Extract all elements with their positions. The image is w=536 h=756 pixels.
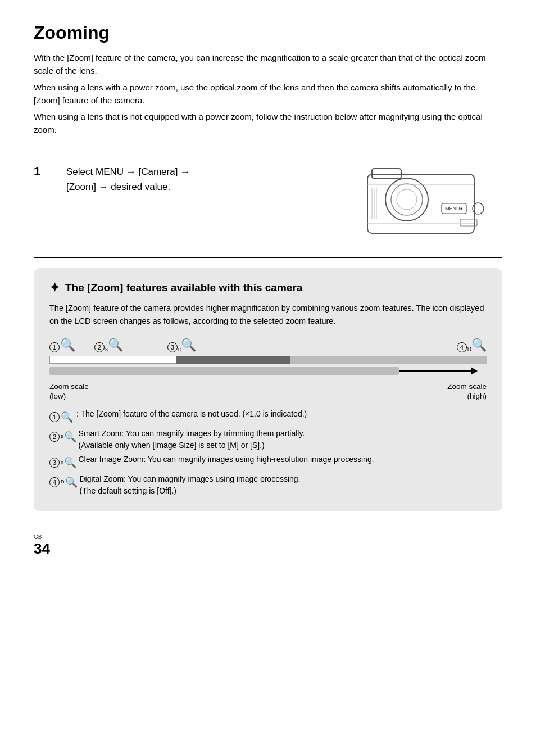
page-lang: GB: [34, 534, 42, 540]
divider-bottom: [34, 257, 502, 258]
zoom-circle-1: 1: [49, 342, 60, 352]
zoom-feature-icon-2: 2s🔍: [49, 428, 76, 446]
tip-body: The [Zoom] feature of the camera provide…: [49, 302, 487, 328]
zoom-feature-icon-1: 1🔍: [49, 408, 74, 426]
scale-bar-arrow: [399, 367, 478, 375]
zoom-scale-labels: Zoom scale (low) Zoom scale (high): [49, 382, 487, 401]
intro-para-1: With the [Zoom] feature of the camera, y…: [34, 51, 502, 78]
zoom-feature-text-1: : The [Zoom] feature of the camera is no…: [76, 408, 487, 420]
camera-illustration: MENU●: [356, 163, 502, 242]
zoom-icon-1: 1🔍: [49, 338, 94, 352]
svg-text:MENU●: MENU●: [445, 206, 463, 211]
divider-top: [34, 147, 502, 147]
zoom-scale-label-low: Zoom scale (low): [49, 382, 89, 401]
scale-bar-zone12: [49, 356, 176, 364]
zoom-circle-3: 3: [167, 342, 178, 352]
tip-icon: ✦: [49, 280, 60, 295]
tip-box: ✦ The [Zoom] features available with thi…: [34, 268, 502, 511]
zoom-icon-3: 3c🔍: [167, 338, 280, 352]
zoom-feature-item-1: 1🔍 : The [Zoom] feature of the camera is…: [49, 408, 487, 426]
scale-bars: [49, 356, 487, 379]
zoom-feature-item-3: 3c🔍 Clear Image Zoom: You can magnify im…: [49, 454, 487, 472]
zoom-feature-icon-3: 3c🔍: [49, 454, 76, 472]
page-title: Zooming: [34, 22, 502, 43]
scale-bar-arrow-track: [49, 367, 399, 375]
intro-para-3: When using a lens that is not equipped w…: [34, 110, 502, 137]
zoom-feature-text-4: Digital Zoom: You can magnify images usi…: [80, 473, 487, 497]
zoom-feature-item-4: 4D🔍 Digital Zoom: You can magnify images…: [49, 473, 487, 497]
zoom-feature-item-2: 2s🔍 Smart Zoom: You can magnify images b…: [49, 428, 487, 452]
zoom-icons-row-wrapper: 1🔍 2s🔍 3c🔍 4D🔍: [49, 338, 487, 401]
zoom-feature-icon-4: 4D🔍: [49, 473, 78, 491]
zoom-scale-label-high: Zoom scale (high): [447, 382, 487, 401]
camera-svg: MENU●: [362, 163, 497, 242]
tip-title: ✦ The [Zoom] features available with thi…: [49, 280, 487, 295]
step-number: 1: [34, 163, 49, 179]
zoom-icon-2: 2s🔍: [94, 338, 167, 352]
page-footer: GB 34: [34, 534, 502, 558]
zoom-icon-4: 4D🔍: [280, 338, 487, 352]
step-1-section: 1 Select MENU → [Camera] → [Zoom] → desi…: [34, 157, 502, 247]
intro-para-2: When using a lens with a power zoom, use…: [34, 81, 502, 107]
zoom-feature-text-2: Smart Zoom: You can magnify images by tr…: [79, 428, 487, 452]
zoom-circle-2: 2: [94, 342, 105, 352]
svg-point-2: [391, 184, 423, 215]
zoom-icons-row: 1🔍 2s🔍 3c🔍 4D🔍: [49, 338, 487, 352]
svg-point-3: [397, 189, 417, 210]
page-number: 34: [34, 540, 50, 558]
zoom-feature-list: 1🔍 : The [Zoom] feature of the camera is…: [49, 408, 487, 497]
scale-bar-zone4: [290, 356, 487, 364]
step-instruction: Select MENU → [Camera] → [Zoom] → desire…: [66, 163, 339, 194]
scale-bar-zone3: [176, 356, 290, 364]
zoom-feature-text-3: Clear Image Zoom: You can magnify images…: [79, 454, 487, 466]
zoom-circle-4: 4: [457, 342, 467, 352]
